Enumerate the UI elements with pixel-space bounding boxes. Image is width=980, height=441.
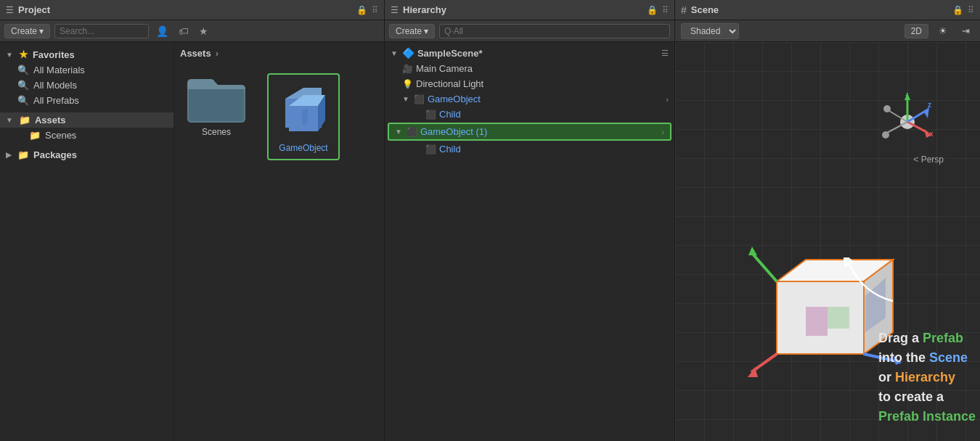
main-camera-label: Main Camera	[416, 63, 473, 74]
favorites-label: Favorites	[33, 49, 75, 60]
annotation-area: Drag a Prefab into the Scene or Hierarch…	[878, 329, 980, 426]
hierarchy-icon: ☰	[391, 5, 399, 15]
assets-header-label: Assets	[180, 48, 211, 59]
hierarchy-title: Hierarchy	[403, 4, 446, 15]
hierarchy-lock-icon[interactable]: 🔒	[647, 5, 658, 15]
persp-label: < Persp	[913, 154, 944, 165]
sidebar-assets-header[interactable]: ▼ 📁 Assets	[0, 112, 173, 128]
hierarchy-create-button[interactable]: Create ▾	[389, 24, 435, 38]
gameobj1-expand-arrow: ▼	[395, 128, 402, 136]
icon-star-button[interactable]: ★	[196, 24, 211, 38]
assets-label: Assets	[35, 115, 66, 125]
prefab-cube-svg	[274, 81, 332, 139]
scene-panel: # Scene 🔒 ⠿ Shaded 2D ☀ ⇥	[675, 0, 980, 441]
arrow-annotation-container	[835, 257, 907, 310]
icon-tag-button[interactable]: 🏷	[176, 24, 192, 38]
unity-scene-icon: 🔷	[402, 47, 415, 59]
prefab-label: GameObject	[279, 143, 327, 153]
hierarchy-panel: ☰ Hierarchy 🔒 ⠿ Create ▾ ▼ 🔷 SampleScene…	[385, 0, 675, 441]
all-prefabs-label: All Prefabs	[33, 95, 79, 106]
child1-cube-icon: ⬛	[425, 110, 436, 120]
folder-label: Scenes	[202, 127, 231, 137]
assets-folder-icon: 📁	[19, 115, 30, 125]
packages-expand-arrow: ▶	[6, 151, 12, 159]
camera-icon: 🎥	[402, 64, 413, 74]
sidebar-item-all-prefabs[interactable]: 🔍 All Prefabs	[0, 93, 173, 108]
project-dots-icon[interactable]: ⠿	[372, 5, 378, 15]
gameobject-label: GameObject	[428, 94, 481, 104]
annotation-line3: to create a Prefab Instance	[878, 387, 980, 426]
icon-person-button[interactable]: 👤	[153, 24, 171, 38]
sidebar-item-all-materials[interactable]: 🔍 All Materials	[0, 62, 173, 78]
packages-label: Packages	[33, 149, 77, 160]
hierarchy-gameobject-1[interactable]: ▼ ⬛ GameObject (1) ›	[388, 123, 671, 141]
annotation-to-create: to create a	[878, 390, 944, 404]
light-icon: 💡	[402, 79, 413, 89]
project-panel-title: Project	[18, 4, 50, 15]
prefab-gameobject-item[interactable]: GameObject	[267, 73, 340, 160]
favorites-star-icon: ★	[19, 49, 28, 60]
all-models-label: All Models	[33, 80, 77, 91]
hierarchy-main-camera[interactable]: 🎥 Main Camera	[385, 61, 674, 76]
annotation-drag-a: Drag a	[878, 331, 923, 345]
svg-point-16	[883, 105, 891, 112]
annotation-into-the: into the	[878, 350, 929, 365]
scene-options-icon[interactable]: ☰	[661, 49, 669, 58]
sun-button[interactable]: ☀	[934, 24, 952, 38]
gameobject-1-label: GameObject (1)	[420, 126, 487, 137]
svg-text:z: z	[928, 101, 931, 109]
sidebar-packages-header[interactable]: ▶ 📁 Packages	[0, 147, 173, 162]
gameobject-arrow-right: ›	[666, 95, 669, 104]
packages-folder-icon: 📁	[17, 149, 29, 160]
gizmo-axis: y x z	[878, 93, 936, 151]
hierarchy-child-1[interactable]: ⬛ Child	[385, 107, 674, 122]
project-toolbar: Create ▾ 👤 🏷 ★	[0, 20, 384, 42]
project-sidebar: ▼ ★ Favorites 🔍 All Materials 🔍 All Mode…	[0, 42, 174, 441]
scene-panel-header: # Scene 🔒 ⠿	[675, 0, 980, 20]
hierarchy-dots-icon[interactable]: ⠿	[662, 5, 669, 15]
gameobj1-cube-icon: ⬛	[407, 127, 417, 137]
svg-marker-31	[748, 247, 757, 255]
create-button[interactable]: Create ▾	[4, 24, 50, 38]
directional-light-label: Directional Light	[416, 78, 483, 89]
gizmo-svg: y x z	[878, 93, 936, 151]
hierarchy-directional-light[interactable]: 💡 Directional Light	[385, 76, 674, 91]
search-icon-materials: 🔍	[17, 65, 29, 75]
project-panel-header: ☰ Project 🔒 ⠿	[0, 0, 384, 20]
sidebar-item-all-models[interactable]: 🔍 All Models	[0, 78, 173, 93]
2d-button[interactable]: 2D	[905, 24, 928, 38]
hierarchy-child-2[interactable]: ⬛ Child	[385, 141, 674, 157]
child-2-label: Child	[439, 144, 461, 154]
sidebar-item-scenes[interactable]: 📁 Scenes	[0, 128, 173, 143]
annotation-hierarchy-word: Hierarchy	[895, 370, 955, 384]
scene-lock-icon[interactable]: 🔒	[952, 5, 963, 15]
scene-root-item[interactable]: ▼ 🔷 SampleScene* ☰	[385, 45, 674, 61]
scene-toolbar: Shaded 2D ☀ ⇥	[675, 20, 980, 42]
search-icon-prefabs: 🔍	[17, 95, 29, 106]
scene-viewport[interactable]: y x z < Persp	[675, 42, 980, 441]
annotation-prefab-word: Prefab	[923, 331, 963, 345]
svg-point-14	[882, 131, 889, 139]
asset-folder-item[interactable]: Scenes	[187, 73, 245, 137]
scene-arrow-button[interactable]: ⇥	[957, 24, 974, 38]
folder-svg	[187, 73, 245, 123]
annotation-prefab-instance-word: Prefab Instance	[878, 409, 976, 424]
project-content: ▼ ★ Favorites 🔍 All Materials 🔍 All Mode…	[0, 42, 384, 441]
search-icon-models: 🔍	[17, 80, 29, 91]
scene-dots-icon[interactable]: ⠿	[968, 5, 974, 15]
hierarchy-search-input[interactable]	[439, 24, 670, 38]
hierarchy-content: ▼ 🔷 SampleScene* ☰ 🎥 Main Camera 💡 Direc…	[385, 42, 674, 441]
scene-expand-arrow: ▼	[391, 49, 398, 57]
hierarchy-gameobject[interactable]: ▼ ⬛ GameObject ›	[385, 91, 674, 107]
svg-text:x: x	[929, 130, 934, 138]
project-lock-icon[interactable]: 🔒	[356, 5, 367, 15]
child2-cube-icon: ⬛	[425, 144, 436, 154]
search-input[interactable]	[54, 24, 149, 38]
sidebar-favorites-header[interactable]: ▼ ★ Favorites	[0, 46, 173, 62]
project-panel-icon: ☰	[6, 5, 14, 15]
gameobj-cube-icon: ⬛	[414, 94, 425, 104]
svg-marker-23	[806, 307, 828, 336]
favorites-expand-arrow: ▼	[6, 51, 13, 59]
shading-dropdown[interactable]: Shaded	[681, 23, 739, 39]
assets-area-header: Assets ›	[180, 48, 219, 59]
